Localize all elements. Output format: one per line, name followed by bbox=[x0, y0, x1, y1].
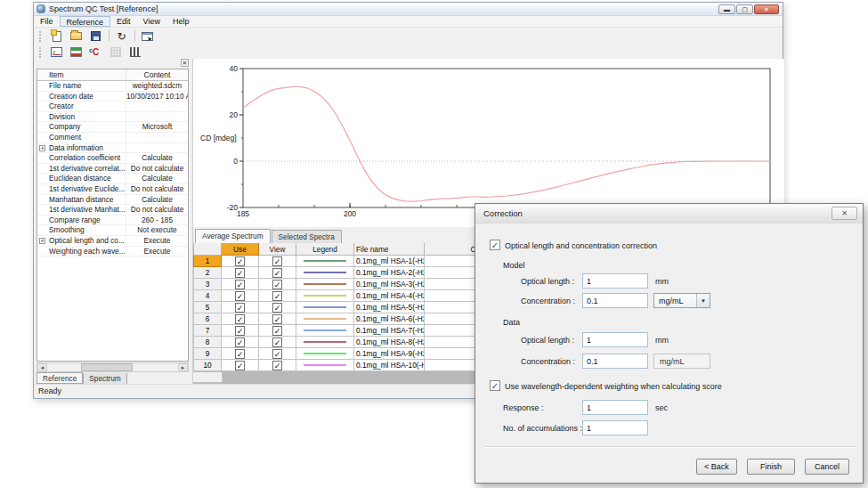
property-row[interactable]: Compare range260 - 185 bbox=[37, 216, 188, 226]
property-row[interactable]: +Data information bbox=[37, 143, 188, 154]
scroll-right-icon[interactable]: ► bbox=[178, 363, 188, 371]
close-button[interactable]: ✕ bbox=[754, 4, 779, 14]
property-row[interactable]: 1st derivative correlat...Do not calcula… bbox=[37, 164, 188, 175]
property-row[interactable]: 1st derivative Euclide...Do not calculat… bbox=[37, 184, 188, 195]
new-file-button[interactable] bbox=[47, 29, 66, 44]
accumulations-input[interactable] bbox=[582, 420, 648, 435]
view-checkbox[interactable]: ✓ bbox=[272, 326, 282, 336]
file-name-cell[interactable]: 0.1mg_ml HSA-4(-H2O) bbox=[354, 290, 425, 302]
property-row[interactable]: Creation date10/30/2017 10:10 A... bbox=[37, 92, 188, 102]
legend-column-header[interactable]: Legend bbox=[296, 243, 354, 256]
menu-file[interactable]: File bbox=[34, 16, 60, 27]
use-checkbox[interactable]: ✓ bbox=[235, 291, 245, 301]
maximize-button[interactable]: ▢ bbox=[736, 4, 753, 14]
item-column-header[interactable]: Item bbox=[37, 69, 126, 80]
use-checkbox[interactable]: ✓ bbox=[235, 349, 245, 359]
dialog-close-icon[interactable]: ✕ bbox=[831, 207, 857, 220]
data-optical-length-input[interactable] bbox=[582, 332, 648, 347]
view-checkbox[interactable]: ✓ bbox=[272, 256, 282, 266]
scroll-left-icon[interactable]: ◄ bbox=[37, 363, 47, 371]
property-row[interactable]: +Optical length and co...Execute bbox=[37, 236, 188, 247]
view-checkbox[interactable]: ✓ bbox=[272, 303, 282, 313]
file-name-cell[interactable]: 0.1mg_ml HSA-10(-H2O) bbox=[354, 360, 425, 371]
file-name-cell[interactable]: 0.1mg_ml HSA-9(-H2O) bbox=[354, 348, 425, 360]
property-row[interactable]: Creator bbox=[37, 102, 188, 112]
row-number-cell[interactable]: 3 bbox=[193, 279, 222, 290]
property-row[interactable]: File nameweighted.sdcm bbox=[37, 81, 188, 92]
expand-icon[interactable]: + bbox=[39, 238, 45, 244]
menu-help[interactable]: Help bbox=[166, 16, 196, 27]
zoom-spectrum-button[interactable] bbox=[47, 45, 66, 60]
dialog-title-bar[interactable]: Correction bbox=[475, 204, 863, 224]
view-checkbox[interactable]: ✓ bbox=[272, 314, 282, 324]
file-name-cell[interactable]: 0.1mg_ml HSA-3(-H2O) bbox=[354, 279, 425, 290]
row-number-cell[interactable]: 8 bbox=[193, 337, 222, 348]
menu-view[interactable]: View bbox=[137, 16, 166, 27]
file-column-header[interactable]: File name bbox=[354, 243, 425, 256]
use-column-header[interactable]: Use bbox=[222, 243, 259, 256]
view-checkbox[interactable]: ✓ bbox=[272, 349, 282, 359]
model-concentration-input[interactable] bbox=[582, 293, 648, 308]
open-file-button[interactable] bbox=[67, 29, 85, 44]
row-number-cell[interactable]: 4 bbox=[193, 290, 222, 302]
file-name-cell[interactable]: 0.1mg_ml HSA-5(-H2O) bbox=[354, 302, 425, 313]
property-row[interactable]: Euclidean distanceCalculate bbox=[37, 174, 188, 184]
scroll-thumb[interactable] bbox=[81, 363, 133, 371]
weighting-checkbox[interactable]: ✓ bbox=[490, 380, 500, 391]
color-concentration-button[interactable]: C bbox=[86, 45, 105, 60]
row-number-cell[interactable]: 10 bbox=[193, 360, 222, 371]
property-row[interactable]: Manhattan distanceCalculate bbox=[37, 195, 188, 206]
spectrum-display-button[interactable] bbox=[67, 45, 85, 60]
row-number-cell[interactable]: 1 bbox=[193, 256, 222, 267]
view-checkbox[interactable]: ✓ bbox=[272, 280, 282, 289]
row-number-cell[interactable]: 9 bbox=[193, 348, 222, 360]
data-concentration-input[interactable] bbox=[582, 354, 648, 369]
file-name-cell[interactable]: 0.1mg_ml HSA-2(-H2O) bbox=[354, 267, 425, 279]
properties-hscrollbar[interactable]: ◄ ► bbox=[37, 362, 189, 372]
grid-view-button[interactable] bbox=[106, 45, 125, 60]
optical-correction-checkbox[interactable]: ✓ bbox=[490, 240, 500, 250]
property-row[interactable]: Correlation coefficientCalculate bbox=[37, 153, 188, 164]
row-number-cell[interactable]: 6 bbox=[193, 313, 222, 325]
back-button[interactable]: < Back bbox=[696, 459, 737, 475]
row-number-cell[interactable]: 5 bbox=[193, 302, 222, 313]
chevron-down-icon[interactable]: ▼ bbox=[696, 294, 710, 307]
panel-close-icon[interactable]: ✕ bbox=[181, 59, 189, 67]
response-input[interactable] bbox=[582, 400, 648, 415]
tab-selected-spectra[interactable]: Selected Spectra bbox=[272, 230, 342, 243]
use-checkbox[interactable]: ✓ bbox=[235, 303, 245, 313]
property-row[interactable]: CompanyMicrosoft bbox=[37, 122, 188, 133]
row-number-cell[interactable]: 7 bbox=[193, 325, 222, 337]
property-row[interactable]: SmoothingNot execute bbox=[37, 225, 188, 236]
tab-average-spectrum[interactable]: Average Spectrum bbox=[195, 229, 271, 243]
model-optical-length-input[interactable] bbox=[582, 273, 648, 289]
minimize-button[interactable]: ▬ bbox=[718, 4, 735, 14]
view-checkbox[interactable]: ✓ bbox=[272, 338, 282, 347]
tab-reference[interactable]: Reference bbox=[37, 372, 83, 384]
expand-icon[interactable]: + bbox=[39, 145, 45, 151]
file-name-cell[interactable]: 0.1mg_ml HSA-6(-H2O) bbox=[354, 313, 425, 325]
use-checkbox[interactable]: ✓ bbox=[235, 314, 245, 324]
cancel-button[interactable]: Cancel bbox=[805, 459, 849, 475]
property-row[interactable]: Division bbox=[37, 112, 188, 123]
apply-to-window-button[interactable] bbox=[138, 29, 157, 44]
use-checkbox[interactable]: ✓ bbox=[235, 361, 245, 370]
menu-reference[interactable]: Reference bbox=[60, 16, 111, 27]
title-bar[interactable]: Spectrum QC Test [Reference] ▬ ▢ ✕ bbox=[34, 3, 783, 16]
view-column-header[interactable]: View bbox=[259, 243, 296, 256]
finish-button[interactable]: Finish bbox=[747, 459, 795, 475]
use-checkbox[interactable]: ✓ bbox=[235, 256, 245, 266]
use-checkbox[interactable]: ✓ bbox=[235, 338, 245, 347]
view-checkbox[interactable]: ✓ bbox=[272, 268, 282, 278]
view-checkbox[interactable]: ✓ bbox=[272, 291, 282, 301]
save-file-button[interactable] bbox=[86, 29, 105, 44]
property-row[interactable]: Weighting each wave...Execute bbox=[37, 247, 188, 257]
file-name-cell[interactable]: 0.1mg_ml HSA-1(-H2O) bbox=[354, 256, 425, 267]
row-number-cell[interactable]: 2 bbox=[193, 267, 222, 279]
file-name-cell[interactable]: 0.1mg_ml HSA-8(-H2O) bbox=[354, 337, 425, 348]
peak-table-button[interactable] bbox=[126, 45, 144, 60]
file-name-cell[interactable]: 0.1mg_ml HSA-7(-H2O) bbox=[354, 325, 425, 337]
menu-edit[interactable]: Edit bbox=[110, 16, 137, 27]
property-row[interactable]: Comment bbox=[37, 133, 188, 143]
model-concentration-unit-dropdown[interactable]: mg/mL ▼ bbox=[653, 293, 710, 308]
